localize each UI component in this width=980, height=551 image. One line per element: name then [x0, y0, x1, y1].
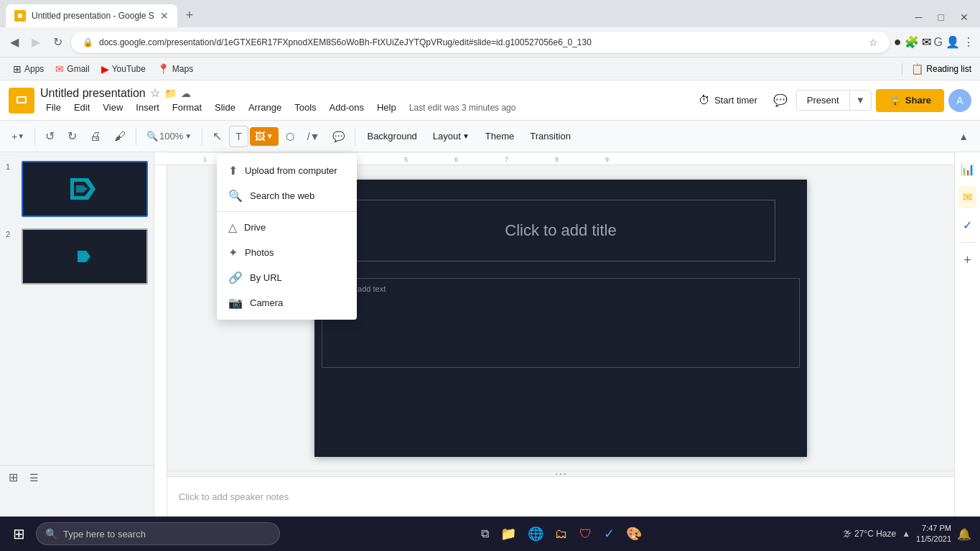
menu-tools[interactable]: Tools — [289, 101, 322, 114]
bookmark-maps[interactable]: 📍 Maps — [153, 62, 197, 76]
collapse-toolbar-button[interactable]: ▲ — [953, 128, 974, 145]
slide-text-box[interactable]: Click to add text — [322, 278, 800, 368]
drive-item[interactable]: △ Drive — [217, 215, 357, 240]
present-dropdown-button[interactable]: ▼ — [849, 91, 871, 110]
sidebar-separator — [961, 242, 975, 243]
extensions-button[interactable]: 🧩 — [905, 35, 919, 49]
upload-from-computer-item[interactable]: ⬆ Upload from computer — [217, 158, 357, 183]
window-minimize-icon[interactable]: ─ — [910, 10, 928, 24]
sheets-sidebar-icon[interactable]: 📊 — [956, 158, 979, 180]
background-button[interactable]: Background — [360, 128, 424, 144]
menu-slide[interactable]: Slide — [209, 101, 241, 114]
tab-close-icon[interactable]: ✕ — [160, 10, 169, 22]
notification-button[interactable]: 🔔 — [957, 527, 971, 541]
toolbar-separator-4 — [355, 128, 355, 145]
transition-button[interactable]: Transition — [523, 128, 578, 144]
reload-button[interactable]: ↻ — [49, 31, 67, 53]
taskbar-chrome[interactable]: 🌐 — [523, 522, 548, 546]
taskbar-explorer[interactable]: 📁 — [496, 522, 521, 546]
move-folder-icon[interactable]: 📁 — [164, 88, 177, 99]
user-account-icon[interactable]: 👤 — [946, 35, 960, 49]
window-maximize-icon[interactable]: □ — [933, 10, 950, 24]
bookmark-youtube[interactable]: ▶ YouTube — [97, 62, 150, 76]
menu-help[interactable]: Help — [371, 101, 402, 114]
address-bar[interactable]: 🔒 docs.google.com/presentation/d/1eGTXE6… — [71, 32, 890, 53]
slide-canvas[interactable]: Click to add title Click to add text — [314, 180, 807, 457]
view-list-button[interactable]: ☰ — [27, 469, 42, 486]
search-web-item[interactable]: 🔍 Search the web — [217, 183, 357, 208]
new-tab-button[interactable]: + — [180, 5, 200, 26]
by-url-item[interactable]: 🔗 By URL — [217, 265, 357, 290]
gmail-icon[interactable]: ✉ — [922, 35, 931, 49]
slide-item-1[interactable]: 1 — [3, 158, 151, 220]
comment-button[interactable]: 💬 — [769, 89, 792, 111]
app-title: Untitled presentation — [40, 87, 146, 100]
taskbar-app-2[interactable]: ✓ — [599, 522, 619, 546]
print-button[interactable]: 🖨 — [84, 126, 107, 147]
mail-sidebar-icon[interactable]: ✉ — [958, 186, 976, 208]
menu-arrange[interactable]: Arrange — [243, 101, 287, 114]
weather-temp: 27°C Haze — [854, 529, 896, 539]
theme-button[interactable]: Theme — [478, 128, 521, 144]
upload-label: Upload from computer — [245, 165, 337, 176]
browser-menu-icon[interactable]: ⋮ — [963, 35, 974, 49]
present-button[interactable]: Present — [797, 91, 849, 110]
share-button[interactable]: 🔒 Share — [876, 89, 944, 112]
shape-tool-button[interactable]: ⬡ — [280, 126, 300, 147]
drag-handle[interactable]: ••• — [167, 471, 954, 476]
start-timer-button[interactable]: ⏱ Start timer — [691, 90, 765, 111]
redo-button[interactable]: ↻ — [62, 125, 83, 147]
apps-grid-icon: ⊞ — [13, 63, 22, 75]
browser-tab[interactable]: Untitled presentation - Google S ✕ — [6, 4, 177, 27]
view-grid-button[interactable]: ⊞ — [6, 468, 21, 487]
menu-format[interactable]: Format — [167, 101, 207, 114]
undo-button[interactable]: ↺ — [39, 125, 60, 147]
add-sidebar-icon[interactable]: + — [959, 249, 976, 272]
task-sidebar-icon[interactable]: ✓ — [958, 214, 976, 236]
star-icon[interactable]: ☆ — [869, 37, 878, 48]
comment-tool-button[interactable]: 💬 — [327, 126, 350, 147]
user-avatar[interactable]: A — [948, 89, 971, 112]
menu-addons[interactable]: Add-ons — [324, 101, 370, 114]
notes-placeholder: Click to add speaker notes — [179, 491, 289, 502]
photos-item[interactable]: ✦ Photos — [217, 240, 357, 265]
select-tool-button[interactable]: ↖ — [207, 125, 228, 147]
bookmark-apps[interactable]: ⊞ Apps — [9, 62, 48, 76]
forward-button[interactable]: ▶ — [27, 31, 45, 53]
taskbar-app-1[interactable]: 🛡 — [575, 522, 597, 546]
window-close-icon[interactable]: ✕ — [954, 10, 974, 24]
zoom-button[interactable]: 🔍100%▼ — [141, 128, 197, 144]
star-title-icon[interactable]: ☆ — [150, 86, 160, 100]
profile-icon-button[interactable]: ● — [894, 34, 902, 50]
back-button[interactable]: ◀ — [6, 31, 23, 53]
taskbar-task-view[interactable]: ⧉ — [477, 523, 493, 545]
camera-item[interactable]: 📷 Camera — [217, 290, 357, 315]
photos-icon: ✦ — [228, 246, 238, 259]
cloud-save-icon[interactable]: ☁ — [181, 88, 191, 99]
notes-area[interactable]: Click to add speaker notes — [167, 476, 954, 517]
menu-insert[interactable]: Insert — [130, 101, 165, 114]
paint-format-button[interactable]: 🖌 — [108, 126, 131, 147]
taskbar-notify-area[interactable]: ▲ — [902, 529, 910, 539]
line-tool-button[interactable]: /▼ — [302, 126, 326, 147]
slide-title-box[interactable]: Click to add title — [346, 200, 775, 261]
reading-list-btn[interactable]: 📋 Reading list — [902, 63, 971, 75]
layout-button[interactable]: Layout▼ — [426, 128, 477, 144]
taskbar-files[interactable]: 🗂 — [551, 522, 572, 546]
svg-rect-4 — [18, 98, 25, 102]
taskbar-search[interactable]: 🔍 Type here to search — [36, 522, 280, 545]
text-tool-button[interactable]: T — [229, 126, 248, 147]
image-tool-button[interactable]: 🖼▼ — [250, 127, 279, 146]
last-edit-label: Last edit was 3 minutes ago — [403, 101, 522, 114]
menu-file[interactable]: File — [40, 101, 67, 114]
start-button[interactable]: ⊞ — [3, 518, 34, 550]
svg-text:4: 4 — [154, 353, 155, 357]
menu-edit[interactable]: Edit — [68, 101, 95, 114]
translate-icon[interactable]: G — [934, 36, 943, 49]
slide-item-2[interactable]: 2 — [3, 226, 151, 287]
bookmark-gmail[interactable]: ✉ Gmail — [51, 62, 93, 76]
add-button[interactable]: +▼ — [6, 126, 30, 147]
taskbar-app-3[interactable]: 🎨 — [622, 522, 646, 546]
menu-view[interactable]: View — [97, 101, 129, 114]
by-url-label: By URL — [250, 272, 282, 283]
